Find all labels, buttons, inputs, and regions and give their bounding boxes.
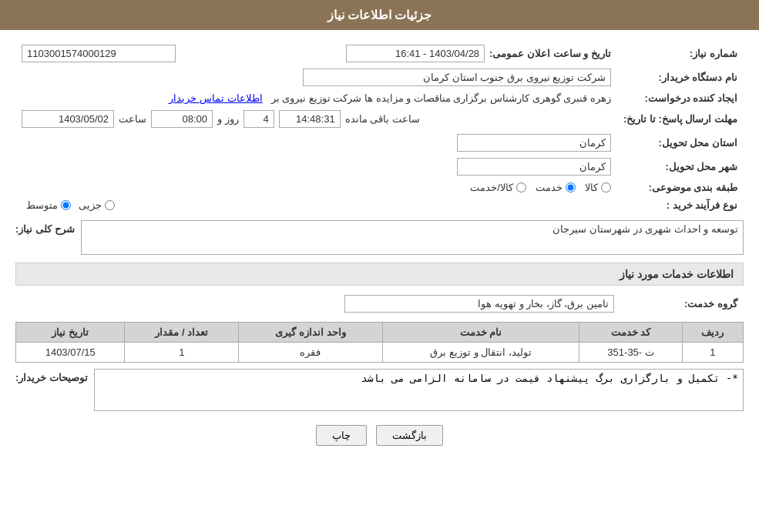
value-requester: زهره قنبری گوهری کارشناس برگزاری مناقصات… — [15, 89, 617, 107]
purchase-type-row: متوسط جزیی — [22, 199, 611, 211]
row-purchase-type: نوع فرآیند خرید : متوسط جزیی — [15, 196, 744, 214]
radio-kala-input[interactable] — [601, 182, 611, 192]
radio-jozi-input[interactable] — [105, 200, 115, 210]
row-category: طبقه بندی موضوعی: کالا/خدمت خدمت کالا — [15, 179, 744, 196]
value-category: کالا/خدمت خدمت کالا — [15, 179, 617, 196]
need-number-row: 1103001574000129 1403/04/28 - 16:41 تاری… — [22, 45, 611, 62]
cell-date: 1403/07/15 — [16, 343, 125, 363]
back-button[interactable]: بازگشت — [376, 425, 443, 446]
info-table-main: شماره نیاز: 1103001574000129 1403/04/28 … — [15, 42, 744, 214]
radio-khedmat: خدمت — [536, 182, 576, 193]
city-field: کرمان — [457, 158, 611, 176]
cell-row: 1 — [682, 343, 743, 363]
radio-jozi-label: جزیی — [79, 199, 102, 211]
radio-kala-khedmat: کالا/خدمت — [470, 182, 526, 193]
announce-date-field: 1403/04/28 - 16:41 — [346, 45, 485, 62]
buyer-notes-section: توصیحات خریدار: — [15, 369, 744, 413]
services-tbody: 1ت -35-351تولید، انتقال و توزیع برقفقره1… — [16, 343, 744, 363]
radio-khedmat-label: خدمت — [536, 182, 563, 193]
services-section-title: اطلاعات خدمات مورد نیاز — [15, 263, 744, 286]
service-group-table: گروه خدمت: تامین برق، گاز، بخار و تهویه … — [15, 292, 744, 316]
col-row: ردیف — [682, 323, 743, 343]
label-category: طبقه بندی موضوعی: — [617, 179, 744, 196]
radio-jozi: جزیی — [79, 199, 115, 211]
deadline-time-field: 14:48:31 — [279, 110, 341, 128]
services-table: ردیف کد خدمت نام خدمت واحد اندازه گیری ت… — [15, 322, 744, 363]
service-group-field: تامین برق، گاز، بخار و تهویه هوا — [344, 295, 614, 313]
purchase-type-radio-group: متوسط جزیی — [26, 199, 115, 211]
table-row: 1ت -35-351تولید، انتقال و توزیع برقفقره1… — [16, 343, 744, 363]
row-requester: ایجاد کننده درخواست: زهره قنبری گوهری کا… — [15, 89, 744, 107]
radio-khedmat-input[interactable] — [566, 182, 576, 192]
radio-motavaset-input[interactable] — [61, 200, 71, 210]
need-number-field: 1103001574000129 — [22, 45, 176, 62]
row-buyer-org: نام دستگاه خریدار: شرکت توزیع نیروی برق … — [15, 65, 744, 89]
col-unit: واحد اندازه گیری — [239, 323, 382, 343]
cell-name: تولید، انتقال و توزیع برق — [382, 343, 579, 363]
value-purchase-type: متوسط جزیی — [15, 196, 617, 214]
value-deadline: 1403/05/02 ساعت 08:00 روز و 4 14:48:31 س… — [15, 107, 617, 131]
deadline-days-field: 4 — [243, 110, 274, 128]
general-desc-section: شرح کلی نیاز: توسعه و احداث شهری در شهرس… — [15, 220, 744, 255]
label-province: استان محل تحویل: — [617, 131, 744, 155]
radio-kala-khedmat-label: کالا/خدمت — [470, 182, 513, 193]
radio-motavaset-label: متوسط — [26, 199, 58, 211]
deadline-row: 1403/05/02 ساعت 08:00 روز و 4 14:48:31 س… — [22, 110, 611, 128]
deadline-date-field: 1403/05/02 — [22, 110, 114, 128]
cell-code: ت -35-351 — [579, 343, 682, 363]
label-general-desc: شرح کلی نیاز: — [15, 220, 75, 235]
print-button[interactable]: چاپ — [316, 425, 367, 446]
content-area: شماره نیاز: 1103001574000129 1403/04/28 … — [0, 30, 759, 465]
col-qty: تعداد / مقدار — [125, 323, 239, 343]
buyer-org-field: شرکت توزیع نیروی برق جنوب استان کرمان — [303, 69, 611, 86]
radio-kala-khedmat-input[interactable] — [516, 182, 526, 192]
col-date: تاریخ نیاز — [16, 323, 125, 343]
buyer-notes-field[interactable] — [94, 369, 744, 411]
page-title: جزئیات اطلاعات نیاز — [327, 8, 432, 22]
requester-name: زهره قنبری گوهری کارشناس برگزاری مناقصات… — [271, 92, 611, 104]
value-buyer-org: شرکت توزیع نیروی برق جنوب استان کرمان — [15, 65, 617, 89]
cell-qty: 1 — [125, 343, 239, 363]
value-service-group: تامین برق، گاز، بخار و تهویه هوا — [15, 292, 620, 316]
value-province: کرمان — [15, 131, 617, 155]
buttons-row: چاپ بازگشت — [15, 425, 744, 446]
label-remaining: ساعت باقی مانده — [345, 113, 420, 125]
label-hour: ساعت — [119, 113, 146, 125]
label-announce-date: تاریخ و ساعت اعلان عمومی: — [489, 48, 611, 59]
label-city: شهر محل تحویل: — [617, 155, 744, 179]
category-radio-group: کالا/خدمت خدمت کالا — [22, 182, 611, 193]
row-deadline: مهلت ارسال پاسخ: تا تاریخ: 1403/05/02 سا… — [15, 107, 744, 131]
label-requester: ایجاد کننده درخواست: — [617, 89, 744, 107]
label-deadline: مهلت ارسال پاسخ: تا تاریخ: — [617, 107, 744, 131]
label-days: روز و — [217, 113, 239, 125]
col-code: کد خدمت — [579, 323, 682, 343]
general-desc-field: توسعه و احداث شهری در شهرستان سیرجان — [81, 220, 744, 255]
radio-kala: کالا — [585, 182, 611, 193]
label-service-group: گروه خدمت: — [620, 292, 744, 316]
deadline-hour-field: 08:00 — [151, 110, 213, 128]
value-need-number: 1103001574000129 1403/04/28 - 16:41 تاری… — [15, 42, 617, 65]
requester-contact-link[interactable]: اطلاعات تماس خریدار — [169, 92, 262, 104]
label-buyer-org: نام دستگاه خریدار: — [617, 65, 744, 89]
page-wrapper: جزئیات اطلاعات نیاز شماره نیاز: 11030015… — [0, 0, 759, 532]
radio-motavaset: متوسط — [26, 199, 71, 211]
label-purchase-type: نوع فرآیند خرید : — [617, 196, 744, 214]
services-table-head: ردیف کد خدمت نام خدمت واحد اندازه گیری ت… — [16, 323, 744, 343]
label-buyer-notes: توصیحات خریدار: — [15, 369, 88, 383]
radio-kala-label: کالا — [585, 182, 598, 193]
value-city: کرمان — [15, 155, 617, 179]
page-header: جزئیات اطلاعات نیاز — [0, 0, 759, 30]
row-service-group: گروه خدمت: تامین برق، گاز، بخار و تهویه … — [15, 292, 744, 316]
row-province: استان محل تحویل: کرمان — [15, 131, 744, 155]
row-city: شهر محل تحویل: کرمان — [15, 155, 744, 179]
province-field: کرمان — [457, 134, 611, 152]
row-need-number: شماره نیاز: 1103001574000129 1403/04/28 … — [15, 42, 744, 65]
col-name: نام خدمت — [382, 323, 579, 343]
cell-unit: فقره — [239, 343, 382, 363]
services-header-row: ردیف کد خدمت نام خدمت واحد اندازه گیری ت… — [16, 323, 744, 343]
label-need-number: شماره نیاز: — [617, 42, 744, 65]
